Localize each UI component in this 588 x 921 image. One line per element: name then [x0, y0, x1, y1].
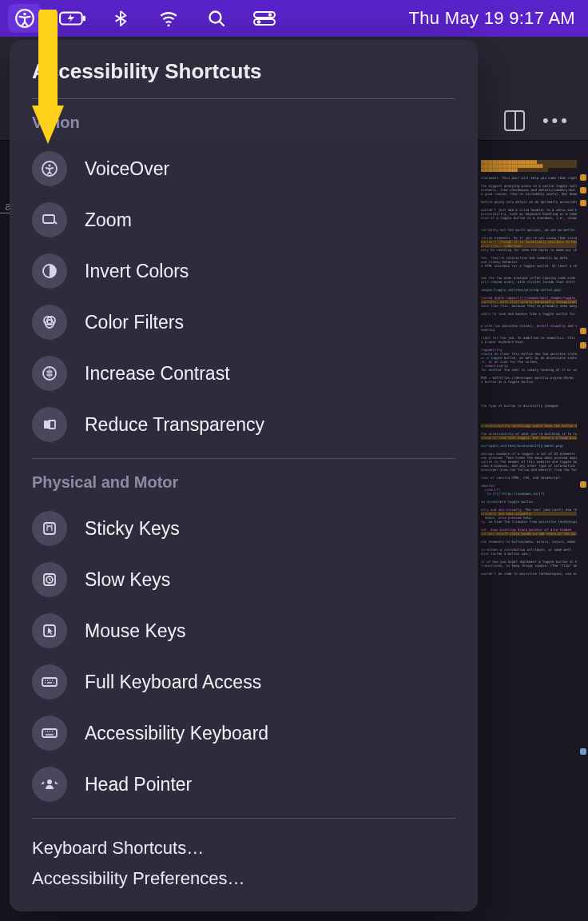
shortcut-voiceover[interactable]: VoiceOver	[32, 143, 455, 194]
control-center-icon[interactable]	[248, 4, 281, 33]
svg-point-7	[268, 13, 272, 16]
accessibility-shortcuts-popup: Accessibility Shortcuts Vision VoiceOver…	[10, 40, 478, 911]
shortcut-mouse-keys[interactable]: Mouse Keys	[32, 605, 455, 656]
section-title-motor: Physical and Motor	[32, 473, 455, 492]
slow-keys-icon	[32, 562, 67, 597]
mouse-keys-icon	[32, 613, 67, 648]
more-options-icon[interactable]: •••	[542, 110, 570, 131]
svg-rect-12	[43, 215, 54, 223]
keyboard-icon	[32, 664, 67, 700]
shortcut-head-pointer[interactable]: Head Pointer	[32, 759, 455, 810]
shortcut-full-keyboard-access[interactable]: Full Keyboard Access	[32, 656, 455, 708]
scrollbar-track[interactable]	[580, 160, 586, 913]
head-pointer-icon	[32, 767, 67, 802]
shortcut-label: VoiceOver	[85, 158, 169, 180]
shortcut-label: Increase Contrast	[85, 363, 230, 385]
shortcut-label: Sticky Keys	[85, 518, 180, 540]
shortcut-label: Color Filters	[85, 312, 184, 333]
sticky-keys-icon	[32, 511, 67, 546]
svg-rect-25	[42, 729, 57, 737]
separator	[32, 458, 455, 459]
increase-contrast-icon	[32, 356, 67, 391]
invert-colors-icon	[32, 253, 67, 289]
svg-point-26	[47, 779, 52, 784]
menu-bar: Thu May 19 9:17 AM	[0, 0, 588, 37]
accessibility-keyboard-icon	[32, 716, 67, 751]
search-icon[interactable]	[200, 4, 233, 33]
zoom-icon	[32, 202, 67, 237]
voiceover-icon	[32, 151, 67, 186]
color-filters-icon	[32, 305, 67, 340]
shortcut-reduce-transparency[interactable]: Reduce Transparency	[32, 399, 455, 450]
keyboard-shortcuts-link[interactable]: Keyboard Shortcuts…	[32, 833, 455, 863]
wifi-icon[interactable]	[152, 4, 185, 33]
svg-point-9	[257, 20, 260, 23]
shortcut-invert-colors[interactable]: Invert Colors	[32, 245, 455, 297]
annotation-arrow	[24, 10, 72, 154]
shortcut-label: Full Keyboard Access	[85, 672, 261, 693]
accessibility-preferences-link[interactable]: Accessibility Preferences…	[32, 863, 455, 894]
shortcut-color-filters[interactable]: Color Filters	[32, 297, 455, 348]
separator	[32, 818, 455, 819]
svg-rect-20	[44, 523, 55, 534]
shortcut-label: Invert Colors	[85, 261, 189, 282]
editor-minimap[interactable]: █████████████████████████████ ██████████…	[481, 160, 577, 913]
shortcut-accessibility-keyboard[interactable]: Accessibility Keyboard	[32, 708, 455, 759]
shortcut-label: Zoom	[85, 209, 132, 231]
section-title-vision: Vision	[32, 114, 455, 132]
svg-point-4	[167, 24, 169, 26]
bluetooth-icon[interactable]	[104, 4, 137, 33]
svg-point-11	[49, 165, 51, 167]
popup-title: Accessibility Shortcuts	[32, 59, 455, 84]
menubar-clock[interactable]: Thu May 19 9:17 AM	[409, 8, 580, 29]
split-view-icon[interactable]	[504, 110, 525, 131]
shortcut-label: Reduce Transparency	[85, 414, 264, 436]
shortcut-slow-keys[interactable]: Slow Keys	[32, 554, 455, 605]
separator	[32, 98, 455, 99]
svg-rect-3	[83, 16, 85, 21]
shortcut-label: Slow Keys	[85, 569, 170, 591]
shortcut-sticky-keys[interactable]: Sticky Keys	[32, 503, 455, 554]
svg-rect-24	[42, 678, 57, 686]
shortcut-increase-contrast[interactable]: Increase Contrast	[32, 348, 455, 399]
shortcut-label: Accessibility Keyboard	[85, 723, 268, 744]
reduce-transparency-icon	[32, 407, 67, 442]
shortcut-label: Head Pointer	[85, 774, 192, 795]
shortcut-label: Mouse Keys	[85, 620, 186, 642]
shortcut-zoom[interactable]: Zoom	[32, 194, 455, 245]
